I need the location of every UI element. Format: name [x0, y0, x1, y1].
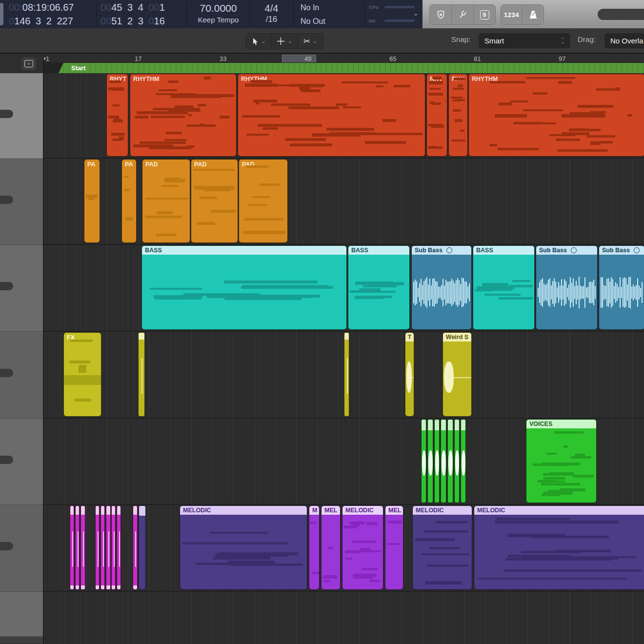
transport-edge-control[interactable]	[0, 3, 3, 25]
chevron-down-icon[interactable]: ⌄	[413, 9, 419, 18]
command-click-tool-menu[interactable]: ⌄	[272, 34, 298, 49]
track-lane-pad[interactable]: PAPAPADPADPAD	[44, 159, 644, 245]
region-bass[interactable]: BASS	[141, 245, 347, 330]
third-tool-menu[interactable]: ✂ ⌄	[298, 34, 323, 49]
region-voices[interactable]: VOICES	[526, 419, 597, 503]
locators-display[interactable]: 0045 3 4 0010051 2 3 016	[101, 0, 165, 28]
count-in-button[interactable]: 1234	[501, 5, 523, 24]
midi-in[interactable]: No In	[301, 0, 325, 14]
region-pa[interactable]: PA	[121, 159, 137, 243]
audio-region[interactable]	[133, 505, 138, 590]
audio-region[interactable]	[454, 419, 460, 503]
arrangement-marker-start[interactable]: Start	[59, 63, 644, 73]
region-melodic[interactable]: MELODIC	[474, 505, 644, 590]
region-pad[interactable]: PAD	[191, 159, 238, 243]
midi-note	[362, 568, 378, 570]
tuner-button[interactable]	[452, 5, 474, 24]
region-pad[interactable]: PAD	[239, 159, 288, 243]
snap-dropdown[interactable]: Smart ⌃⌄	[479, 33, 570, 48]
drag-dropdown[interactable]: No Overla	[604, 33, 644, 48]
region-rhy[interactable]: RHY	[426, 74, 447, 157]
track-header-melodic[interactable]	[0, 505, 43, 592]
region-rhythm[interactable]: RHYTHM	[130, 74, 237, 157]
io-display[interactable]: No In No Out	[301, 0, 325, 28]
audio-region[interactable]	[75, 505, 80, 590]
left-click-tool-menu[interactable]: ⌄	[246, 34, 272, 49]
region-mel[interactable]: MEL	[385, 505, 403, 590]
audio-region[interactable]	[95, 505, 100, 590]
signature-display[interactable]: 4/4 /16	[250, 0, 293, 27]
track-control-pill[interactable]	[0, 196, 13, 204]
tuner-off-button[interactable]	[430, 5, 452, 24]
region-rhythm[interactable]: RHYTHM	[468, 74, 644, 157]
region-sub-bass[interactable]: Sub Bass	[536, 245, 598, 330]
track-control-pill[interactable]	[0, 542, 13, 550]
midi-note	[365, 141, 405, 144]
track-lane-bass[interactable]: BASSBASSSub BassBASSSub BassSub Bass	[44, 245, 644, 332]
audio-region[interactable]	[138, 332, 145, 417]
region-pa[interactable]: PA	[84, 159, 100, 243]
audio-region[interactable]	[80, 505, 85, 590]
stepper-icon: ⌃⌄	[554, 39, 564, 43]
track-lane-melodic[interactable]: MELODICMMELMELODICMELMELODICMELODIC	[44, 505, 644, 592]
audio-region[interactable]	[461, 419, 466, 503]
audio-region[interactable]	[70, 505, 74, 590]
chevron-down-icon: ⌄	[261, 38, 265, 44]
track-control-pill[interactable]	[0, 110, 13, 118]
region-weird-s[interactable]: Weird SWeird S	[443, 332, 472, 417]
audio-region[interactable]	[111, 505, 116, 590]
audio-region[interactable]	[139, 505, 146, 590]
region-m[interactable]: M	[309, 505, 320, 590]
track-header-voices[interactable]	[0, 419, 43, 505]
track-control-pill[interactable]	[0, 282, 13, 290]
region-rhythm[interactable]: RHYTHM	[238, 74, 425, 157]
region-fx[interactable]: FX	[63, 332, 101, 417]
division[interactable]: /16	[250, 15, 293, 27]
audio-region[interactable]	[441, 419, 446, 503]
tempo-mode[interactable]: Keep Tempo	[188, 15, 249, 27]
track-header-fx[interactable]	[0, 332, 43, 419]
track-header-list-end[interactable]	[0, 637, 43, 644]
track-header-rhythm[interactable]	[0, 73, 43, 159]
track-lane-fx[interactable]: FXTTWeird SWeird S	[44, 332, 644, 419]
track-header-bass[interactable]	[0, 245, 43, 332]
track-control-pill[interactable]	[0, 456, 13, 464]
tempo-value[interactable]: 70.0000	[188, 0, 249, 15]
audio-region[interactable]	[117, 505, 121, 590]
audio-region[interactable]	[434, 419, 440, 503]
region-bass[interactable]: BASS	[348, 245, 410, 330]
position-display[interactable]: 00:08:19:06.670146 3 2 227	[9, 0, 74, 28]
master-volume-slider[interactable]	[598, 9, 644, 20]
region-rhy[interactable]: RHY	[448, 74, 468, 157]
region-melodic[interactable]: MELODIC	[180, 505, 307, 590]
region-bass[interactable]: BASS	[473, 245, 535, 330]
region-pad[interactable]: PAD	[142, 159, 190, 243]
region-t[interactable]: TT	[405, 332, 414, 417]
region-sub-bass[interactable]: Sub Bass	[411, 245, 472, 330]
solo-button[interactable]: S	[474, 5, 495, 24]
bar-ruler[interactable]: 1173349658197113 Start	[0, 55, 644, 73]
region-melodic[interactable]: MELODIC	[342, 505, 383, 590]
audio-region[interactable]	[106, 505, 111, 590]
track-lane-voices[interactable]: VOICES	[44, 419, 644, 505]
midi-out[interactable]: No Out	[301, 14, 325, 28]
track-header-empty-below[interactable]	[0, 592, 43, 637]
region-melodic[interactable]: MELODIC	[412, 505, 472, 590]
region-header	[70, 506, 74, 515]
track-header-options-button[interactable]: ⌄	[21, 57, 36, 70]
region-sub-bass[interactable]: Sub Bass	[599, 245, 644, 330]
audio-region[interactable]	[427, 419, 433, 503]
track-control-pill[interactable]	[0, 369, 13, 377]
track-header-pad[interactable]	[0, 159, 43, 245]
audio-region[interactable]	[447, 419, 453, 503]
region-rhyt[interactable]: RHYT	[106, 74, 128, 157]
audio-region[interactable]	[344, 332, 349, 417]
midi-note	[455, 119, 463, 122]
track-lane-rhythm[interactable]: RHYTRHYTHMRHYTHMRHYRHYRHYTHM	[44, 73, 644, 159]
metronome-button[interactable]	[523, 5, 543, 24]
audio-region[interactable]	[421, 419, 426, 503]
audio-region[interactable]	[101, 505, 105, 590]
tempo-display[interactable]: 70.0000 Keep Tempo	[188, 0, 249, 27]
region-mel[interactable]: MEL	[321, 505, 341, 590]
time-signature[interactable]: 4/4	[250, 0, 293, 15]
